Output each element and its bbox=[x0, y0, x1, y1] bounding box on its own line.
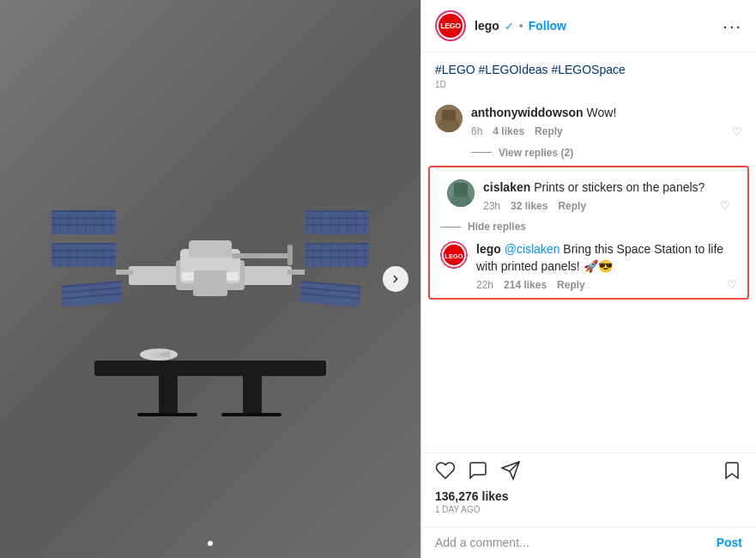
svg-rect-13 bbox=[51, 210, 116, 212]
share-button[interactable] bbox=[500, 460, 521, 484]
svg-rect-8 bbox=[189, 240, 232, 258]
svg-rect-1 bbox=[159, 375, 178, 416]
verified-badge-icon: ✓ bbox=[505, 20, 514, 33]
svg-rect-36 bbox=[116, 270, 133, 275]
add-comment-row: Post bbox=[421, 526, 756, 558]
svg-rect-38 bbox=[305, 210, 369, 212]
comment-anthonywiddowson: anthonywiddowson Wow! 6h 4 likes Reply ♡ bbox=[421, 100, 756, 143]
svg-rect-49 bbox=[305, 243, 369, 267]
comment-meta-anthony: 6h 4 likes Reply ♡ bbox=[471, 125, 742, 138]
avatar-lego-reply[interactable]: LEGO bbox=[440, 241, 468, 269]
svg-rect-0 bbox=[94, 361, 326, 376]
reply-lego-content: lego @cislaken Bring this Space Station … bbox=[476, 241, 737, 291]
svg-rect-3 bbox=[137, 413, 197, 416]
comment-text-cislaken: cislaken Prints or stickers on the panel… bbox=[483, 179, 730, 197]
likes-count: 136,276 likes bbox=[435, 489, 742, 503]
svg-text:LEGO: LEGO bbox=[445, 252, 463, 260]
view-replies-label: View replies (2) bbox=[499, 147, 573, 159]
hide-replies-label: Hide replies bbox=[468, 221, 526, 233]
reply-lego-text: lego @cislaken Bring this Space Station … bbox=[476, 241, 737, 275]
svg-rect-76 bbox=[442, 110, 456, 122]
svg-rect-51 bbox=[305, 250, 369, 252]
svg-rect-74 bbox=[153, 351, 160, 358]
svg-rect-15 bbox=[51, 224, 116, 226]
svg-rect-70 bbox=[182, 272, 194, 281]
svg-rect-2 bbox=[243, 375, 262, 416]
avatar[interactable]: LEGO bbox=[435, 10, 466, 41]
like-button[interactable] bbox=[435, 460, 456, 484]
svg-rect-71 bbox=[227, 272, 239, 281]
comment-time-anthony: 6h bbox=[471, 125, 482, 137]
avatar-cislaken[interactable] bbox=[447, 179, 475, 207]
post-username[interactable]: lego bbox=[475, 19, 499, 33]
reply-lego: LEGO lego @cislaken Bring this Space Sta… bbox=[433, 236, 744, 298]
comment-body-cislaken: Prints or stickers on the panels? bbox=[534, 180, 705, 194]
svg-rect-14 bbox=[51, 217, 116, 219]
comments-section: #LEGO #LEGOIdeas #LEGOSpace 1d anthonywi… bbox=[421, 52, 756, 452]
post-date: 1 DAY AGO bbox=[435, 505, 742, 514]
like-icon-cislaken[interactable]: ♡ bbox=[720, 199, 730, 212]
svg-rect-79 bbox=[454, 183, 468, 198]
comment-likes-cislaken: 32 likes bbox=[511, 200, 547, 212]
svg-rect-12 bbox=[51, 210, 116, 234]
svg-rect-26 bbox=[51, 250, 116, 252]
hide-replies-line bbox=[440, 227, 461, 227]
post-timestamp-main: 1d bbox=[421, 80, 756, 100]
like-icon-lego-reply[interactable]: ♡ bbox=[727, 278, 737, 291]
follow-button[interactable]: Follow bbox=[529, 19, 566, 33]
svg-rect-77 bbox=[438, 120, 459, 132]
post-details-panel: LEGO lego ✓ • Follow ··· #LEGO #LEGOIdea… bbox=[420, 0, 756, 558]
action-icons-row bbox=[435, 460, 742, 484]
svg-rect-25 bbox=[51, 243, 116, 245]
highlighted-comment-block: cislaken Prints or stickers on the panel… bbox=[428, 166, 749, 300]
svg-rect-37 bbox=[305, 210, 369, 234]
header-info: lego ✓ • Follow bbox=[475, 19, 714, 33]
svg-rect-9 bbox=[193, 270, 227, 296]
reply-button-anthony[interactable]: Reply bbox=[535, 125, 563, 137]
svg-rect-50 bbox=[305, 243, 369, 245]
svg-rect-40 bbox=[305, 224, 369, 226]
reply-lego-username[interactable]: lego bbox=[476, 242, 501, 256]
svg-rect-52 bbox=[305, 257, 369, 258]
view-replies-anthony[interactable]: View replies (2) bbox=[421, 143, 756, 162]
reply-lego-time: 22h bbox=[476, 279, 493, 291]
post-comment-button[interactable]: Post bbox=[717, 536, 742, 549]
comment-content-cislaken: cislaken Prints or stickers on the panel… bbox=[483, 179, 730, 213]
svg-rect-61 bbox=[287, 270, 305, 275]
action-bar: 136,276 likes 1 DAY AGO bbox=[421, 452, 756, 526]
comment-text-anthony: anthonywiddowson Wow! bbox=[471, 105, 742, 122]
comment-body-anthony: Wow! bbox=[587, 106, 617, 119]
svg-rect-24 bbox=[51, 243, 116, 267]
separator: • bbox=[519, 19, 523, 33]
post-header: LEGO lego ✓ • Follow ··· bbox=[421, 0, 756, 52]
bookmark-button[interactable] bbox=[722, 460, 742, 484]
hide-replies-button[interactable]: Hide replies bbox=[433, 217, 744, 236]
svg-rect-80 bbox=[451, 197, 471, 207]
like-icon-anthony[interactable]: ♡ bbox=[732, 125, 742, 138]
dot-1 bbox=[208, 541, 213, 546]
slide-indicator bbox=[208, 541, 213, 546]
post-image bbox=[26, 142, 395, 416]
avatar-anthonywiddowson[interactable] bbox=[435, 105, 463, 132]
reply-button-cislaken[interactable]: Reply bbox=[558, 200, 586, 212]
comment-likes-anthony: 4 likes bbox=[493, 125, 524, 137]
add-comment-input[interactable] bbox=[435, 536, 717, 549]
comment-content-anthony: anthonywiddowson Wow! 6h 4 likes Reply ♡ bbox=[471, 105, 742, 138]
comment-button[interactable] bbox=[468, 460, 488, 484]
svg-rect-10 bbox=[232, 253, 292, 258]
next-arrow-button[interactable] bbox=[383, 266, 408, 292]
lego-logo-icon: LEGO bbox=[438, 14, 463, 38]
commenter-name-cislaken[interactable]: cislaken bbox=[483, 180, 530, 194]
commenter-name-anthony[interactable]: anthonywiddowson bbox=[471, 106, 584, 119]
svg-rect-11 bbox=[287, 245, 293, 265]
comment-time-cislaken: 23h bbox=[483, 200, 500, 212]
post-image-panel bbox=[0, 0, 420, 558]
more-options-button[interactable]: ··· bbox=[723, 17, 742, 34]
reply-mention[interactable]: @cislaken bbox=[505, 242, 560, 256]
svg-rect-27 bbox=[51, 257, 116, 258]
reply-lego-meta: 22h 214 likes Reply ♡ bbox=[476, 278, 737, 291]
comment-meta-cislaken: 23h 32 likes Reply ♡ bbox=[483, 199, 730, 212]
reply-button-lego[interactable]: Reply bbox=[557, 279, 585, 291]
svg-rect-4 bbox=[221, 413, 281, 416]
comment-cislaken: cislaken Prints or stickers on the panel… bbox=[433, 174, 744, 218]
